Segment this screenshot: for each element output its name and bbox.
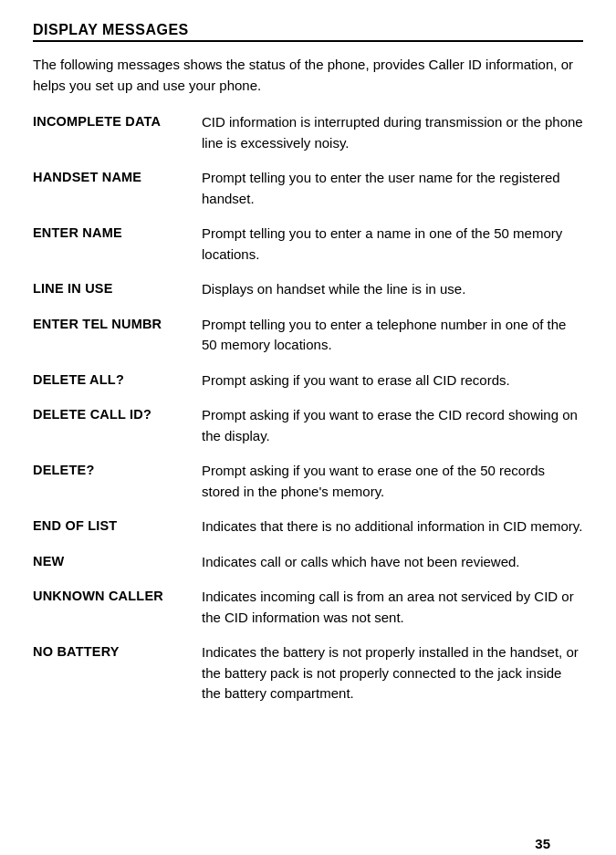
message-description: Prompt telling you to enter the user nam… — [202, 168, 583, 224]
table-row: ENTER TEL NUMBRPrompt telling you to ent… — [33, 315, 583, 370]
table-row: NO BATTERYIndicates the battery is not p… — [33, 642, 583, 719]
message-term: DELETE? — [33, 461, 202, 516]
message-term: NEW — [33, 552, 202, 588]
message-term: LINE IN USE — [33, 279, 202, 315]
message-description: Displays on handset while the line is in… — [202, 279, 583, 315]
message-description: Prompt asking if you want to erase the C… — [202, 405, 583, 461]
table-row: HANDSET NAMEPrompt telling you to enter … — [33, 168, 583, 224]
table-row: INCOMPLETE DATACID information is interr… — [33, 112, 583, 168]
message-description: Prompt asking if you want to erase all C… — [202, 370, 583, 406]
messages-table: INCOMPLETE DATACID information is interr… — [33, 112, 583, 719]
message-term: END OF LIST — [33, 516, 202, 552]
page-wrapper: Display Messages The following messages … — [33, 22, 583, 855]
message-term: ENTER TEL NUMBR — [33, 315, 202, 370]
intro-text: The following messages shows the status … — [33, 55, 583, 96]
message-description: Prompt telling you to enter a telephone … — [202, 315, 583, 370]
message-description: Prompt asking if you want to erase one o… — [202, 461, 583, 516]
page-number: 35 — [535, 836, 550, 851]
message-description: Indicates call or calls which have not b… — [202, 552, 583, 588]
page-header: Display Messages — [33, 22, 583, 42]
message-description: Prompt telling you to enter a name in on… — [202, 224, 583, 279]
table-row: ENTER NAMEPrompt telling you to enter a … — [33, 224, 583, 279]
message-description: CID information is interrupted during tr… — [202, 112, 583, 168]
message-term: ENTER NAME — [33, 224, 202, 279]
table-row: LINE IN USEDisplays on handset while the… — [33, 279, 583, 315]
message-term: INCOMPLETE DATA — [33, 112, 202, 168]
table-row: DELETE ALL?Prompt asking if you want to … — [33, 370, 583, 406]
table-row: END OF LISTIndicates that there is no ad… — [33, 516, 583, 552]
message-term: DELETE ALL? — [33, 370, 202, 406]
table-row: DELETE CALL ID?Prompt asking if you want… — [33, 405, 583, 461]
message-term: UNKNOWN CALLER — [33, 587, 202, 642]
table-row: DELETE?Prompt asking if you want to eras… — [33, 461, 583, 516]
message-term: NO BATTERY — [33, 642, 202, 719]
message-term: DELETE CALL ID? — [33, 405, 202, 461]
message-description: Indicates incoming call is from an area … — [202, 587, 583, 642]
message-term: HANDSET NAME — [33, 168, 202, 224]
message-description: Indicates the battery is not properly in… — [202, 642, 583, 719]
table-row: NEWIndicates call or calls which have no… — [33, 552, 583, 588]
table-row: UNKNOWN CALLERIndicates incoming call is… — [33, 587, 583, 642]
message-description: Indicates that there is no additional in… — [202, 516, 583, 552]
page-title: Display Messages — [33, 22, 189, 37]
